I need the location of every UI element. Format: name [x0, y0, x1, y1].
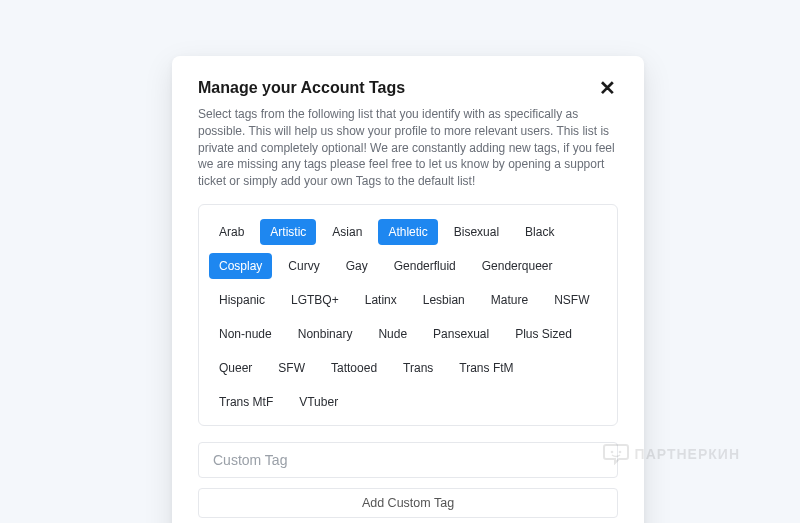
watermark-text: ПАРТНЕРКИН	[635, 446, 740, 462]
custom-tag-input-wrap[interactable]	[198, 442, 618, 478]
tag-chip[interactable]: Genderfluid	[384, 253, 466, 279]
tag-chip[interactable]: LGTBQ+	[281, 287, 349, 313]
tag-chip[interactable]: Gay	[336, 253, 378, 279]
tag-chip[interactable]: Nonbinary	[288, 321, 363, 347]
tag-chip[interactable]: Cosplay	[209, 253, 272, 279]
tag-chip[interactable]: NSFW	[544, 287, 599, 313]
tag-chip[interactable]: Trans	[393, 355, 443, 381]
tag-row: ArabArtisticAsianAthleticBisexualBlackCo…	[209, 215, 607, 419]
tag-chip[interactable]: Hispanic	[209, 287, 275, 313]
svg-point-0	[610, 451, 613, 454]
chat-bubble-icon	[603, 443, 629, 465]
close-icon[interactable]: ✕	[597, 78, 618, 98]
dialog-title: Manage your Account Tags	[198, 79, 405, 97]
tag-chip[interactable]: Mature	[481, 287, 538, 313]
manage-tags-dialog: Manage your Account Tags ✕ Select tags f…	[172, 56, 644, 523]
tag-chip[interactable]: Trans MtF	[209, 389, 283, 415]
tag-chip[interactable]: Bisexual	[444, 219, 509, 245]
tag-chip[interactable]: Non-nude	[209, 321, 282, 347]
add-custom-tag-button[interactable]: Add Custom Tag	[198, 488, 618, 518]
tag-chip[interactable]: Trans FtM	[449, 355, 523, 381]
tag-chip[interactable]: Genderqueer	[472, 253, 563, 279]
tag-chip[interactable]: Arab	[209, 219, 254, 245]
tags-container: ArabArtisticAsianAthleticBisexualBlackCo…	[198, 204, 618, 426]
tag-chip[interactable]: Lesbian	[413, 287, 475, 313]
svg-point-1	[618, 451, 621, 454]
tag-chip[interactable]: Asian	[322, 219, 372, 245]
custom-tag-input[interactable]	[211, 451, 605, 469]
tag-chip[interactable]: Curvy	[278, 253, 329, 279]
tag-chip[interactable]: Plus Sized	[505, 321, 582, 347]
tag-chip[interactable]: Black	[515, 219, 564, 245]
tag-chip[interactable]: Nude	[368, 321, 417, 347]
tag-chip[interactable]: Latinx	[355, 287, 407, 313]
tag-chip[interactable]: Athletic	[378, 219, 437, 245]
watermark: ПАРТНЕРКИН	[603, 443, 740, 465]
tag-chip[interactable]: Artistic	[260, 219, 316, 245]
dialog-header: Manage your Account Tags ✕	[198, 78, 618, 98]
tag-chip[interactable]: VTuber	[289, 389, 348, 415]
tag-chip[interactable]: Pansexual	[423, 321, 499, 347]
tag-chip[interactable]: Tattooed	[321, 355, 387, 381]
dialog-description: Select tags from the following list that…	[198, 106, 618, 190]
tag-chip[interactable]: SFW	[268, 355, 315, 381]
tag-chip[interactable]: Queer	[209, 355, 262, 381]
